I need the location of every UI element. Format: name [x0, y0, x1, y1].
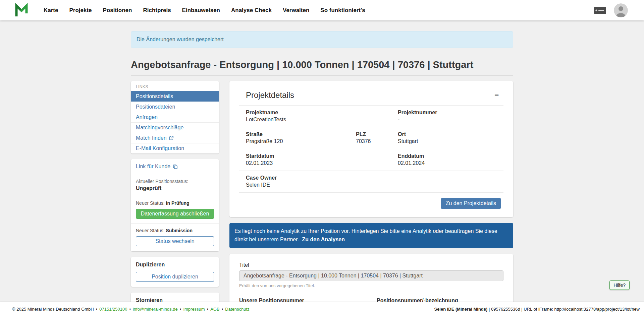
sidebar-item-positionsdateien[interactable]: Positionsdateien — [131, 102, 219, 112]
project-row-owner: Case Owner Selen IDE — [239, 171, 503, 193]
enddatum-value: 02.01.2024 — [398, 160, 503, 166]
projektdetails-actions: Zu den Projektdetails — [239, 193, 503, 209]
divider — [131, 174, 219, 174]
status-wechseln-button[interactable]: Status wechseln — [136, 236, 214, 246]
navbar-right — [594, 3, 644, 17]
nav-item-positionen[interactable]: Positionen — [103, 7, 132, 14]
projektname-value: LotCreationTests — [246, 117, 398, 123]
titel-label: Titel — [239, 262, 503, 268]
datenschutz-link[interactable]: Datenschutz — [225, 307, 249, 312]
new-status-1: Neuer Status:In Prüfung — [136, 200, 214, 206]
customer-link-label: Link für Kunde — [136, 164, 170, 170]
field-projektname: Projektname LotCreationTests — [246, 110, 398, 123]
nav-item-analyse-check[interactable]: Analyse Check — [231, 7, 272, 14]
titel-input — [239, 270, 503, 281]
mineral-minds-logo[interactable] — [15, 3, 28, 17]
new-status-1-value: In Prüfung — [166, 200, 190, 206]
collapse-icon[interactable]: − — [492, 91, 501, 100]
sidebar-item-matchingvorschlaege[interactable]: Matchingvorschläge — [131, 122, 219, 133]
analytics-banner: Es liegt noch keine Analytik zu Ihrer Po… — [229, 223, 513, 248]
main-nav: Karte Projekte Positionen Richtpreis Ein… — [44, 7, 365, 14]
divider — [131, 196, 219, 196]
nav-item-richtpreis[interactable]: Richtpreis — [143, 7, 171, 14]
sidebar-item-positionsdetails[interactable]: Positionsdetails — [131, 91, 219, 102]
zu-den-analysen-link[interactable]: Zu den Analysen — [302, 237, 345, 242]
external-link-icon — [169, 136, 174, 140]
separator-dot — [129, 307, 131, 312]
strasse-label: Straße — [246, 131, 356, 137]
sidebar-item-anfragen[interactable]: Anfragen — [131, 112, 219, 122]
field-plz: PLZ 70376 — [356, 131, 398, 144]
ort-label: Ort — [398, 131, 503, 137]
case-owner-label: Case Owner — [246, 175, 503, 181]
top-navbar: Karte Projekte Positionen Richtpreis Ein… — [0, 0, 644, 20]
user-avatar[interactable] — [614, 3, 628, 17]
startdatum-value: 02.01.2023 — [246, 160, 398, 166]
new-status-2: Neuer Status:Submission — [136, 228, 214, 233]
startdatum-label: Startdatum — [246, 153, 398, 159]
current-status-value: Ungeprüft — [136, 185, 214, 191]
divider — [131, 223, 219, 224]
nav-item-projekte[interactable]: Projekte — [69, 7, 92, 14]
case-owner-value: Selen IDE — [246, 182, 503, 188]
nav-item-einbauweisen[interactable]: Einbauweisen — [182, 7, 220, 14]
analytics-text: Es liegt noch keine Analytik zu Ihrer Po… — [234, 228, 497, 242]
projektdetails-title: Projektdetails — [246, 90, 294, 100]
device-icon[interactable] — [594, 6, 606, 14]
customer-link[interactable]: Link für Kunde — [136, 164, 178, 170]
sidebar-item-match-finden[interactable]: Match finden — [131, 133, 219, 143]
separator-dot — [222, 307, 223, 312]
copy-icon — [173, 164, 178, 169]
email-link[interactable]: info@mineral-minds.de — [133, 307, 178, 312]
field-enddatum: Enddatum 02.01.2024 — [398, 153, 503, 166]
impressum-link[interactable]: Impressum — [183, 307, 205, 312]
plz-value: 70376 — [356, 138, 398, 144]
enddatum-label: Enddatum — [398, 153, 503, 159]
app-window: Karte Projekte Positionen Richtpreis Ein… — [0, 0, 644, 316]
project-row-address: Straße Pragstraße 120 PLZ 70376 Ort Stut… — [239, 127, 503, 149]
duplizieren-heading: Duplizieren — [136, 262, 214, 268]
field-projektnummer: Projektnummer - — [398, 110, 503, 123]
alert-message: Die Änderungen wurden gespeichert — [137, 37, 224, 42]
sidebar-item-label: Match finden — [136, 135, 167, 141]
datenerfassung-abschliessen-button[interactable]: Datenerfassung abschließen — [136, 209, 214, 219]
copyright-text: © 2025 Mineral Minds Deutschland GmbH — [12, 307, 94, 312]
content-grid: LINKS Positionsdetails Positionsdateien … — [131, 81, 513, 316]
field-startdatum: Startdatum 02.01.2023 — [246, 153, 398, 166]
phone-link[interactable]: 07151/250100 — [99, 307, 127, 312]
content-container: Die Änderungen wurden gespeichert Angebo… — [131, 20, 513, 316]
success-alert: Die Änderungen wurden gespeichert — [131, 31, 513, 48]
projektname-label: Projektname — [246, 110, 398, 116]
zu-den-projektdetails-button[interactable]: Zu den Projektdetails — [441, 198, 501, 209]
new-status-2-value: Submission — [166, 228, 193, 233]
field-ort: Ort Stuttgart — [398, 131, 503, 144]
separator-dot — [96, 307, 98, 312]
projektnummer-label: Projektnummer — [398, 110, 503, 116]
sidebar: LINKS Positionsdetails Positionsdateien … — [131, 81, 219, 316]
titel-helper: Erhält den von uns vorgegebenen Titel. — [239, 283, 503, 288]
duplizieren-card: Duplizieren Position duplizieren — [131, 257, 219, 287]
current-status-label: Aktueller Positionsstatus: — [136, 179, 214, 184]
links-header: LINKS — [131, 81, 219, 91]
footer-left: © 2025 Mineral Minds Deutschland GmbH 07… — [12, 307, 250, 312]
status-card: Link für Kunde Aktueller Positionsstatus… — [131, 159, 219, 251]
logo-mark-icon — [15, 3, 28, 17]
nav-item-verwalten[interactable]: Verwalten — [283, 7, 309, 14]
nav-item-so-funktionierts[interactable]: So funktioniert's — [320, 7, 365, 14]
footer-user-info: Selen IDE (Mineral Minds) — [434, 307, 487, 312]
hilfe-button[interactable]: Hilfe? — [609, 280, 630, 290]
footer-session-info: | 69576255536d | URL of iFrame: http://l… — [487, 307, 640, 312]
separator-dot — [207, 307, 209, 312]
agb-link[interactable]: AGB — [210, 307, 219, 312]
links-card: LINKS Positionsdetails Positionsdateien … — [131, 81, 219, 153]
nav-item-karte[interactable]: Karte — [44, 7, 58, 14]
projektdetails-card: Projektdetails − Projektname LotCreation… — [229, 81, 513, 217]
page-title: Angebotsanfrage - Entsorgung | 10.000 To… — [131, 59, 513, 76]
main-content: Projektdetails − Projektname LotCreation… — [229, 81, 513, 316]
field-case-owner: Case Owner Selen IDE — [246, 175, 503, 188]
footer-right: Selen IDE (Mineral Minds) | 69576255536d… — [434, 307, 640, 312]
new-status-1-label: Neuer Status: — [136, 200, 165, 206]
page-body: Die Änderungen wurden gespeichert Angebo… — [0, 20, 644, 316]
position-duplizieren-button[interactable]: Position duplizieren — [136, 272, 214, 282]
sidebar-item-email-konfiguration[interactable]: E-Mail Konfiguration — [131, 143, 219, 153]
